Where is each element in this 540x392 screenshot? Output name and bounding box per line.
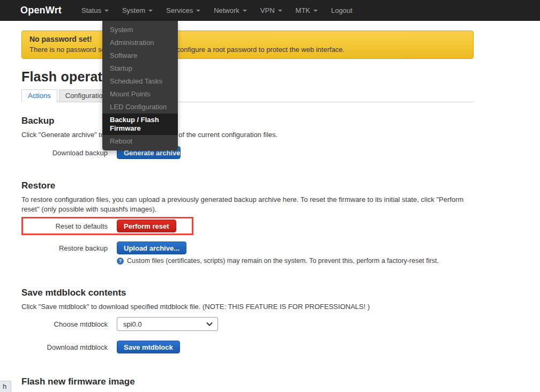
caret-down-icon (313, 10, 318, 12)
caret-down-icon (104, 10, 109, 12)
nav-item-label: Status (81, 6, 101, 14)
caret-down-icon (196, 10, 200, 12)
nav-item-label: VPN (260, 6, 275, 14)
restore-heading: Restore (21, 180, 474, 191)
no-password-alert: No password set! There is no password se… (21, 31, 474, 59)
download-backup-row: Download backup Generate archive... (21, 146, 474, 159)
nav-item-services[interactable]: Services (161, 0, 205, 21)
download-backup-label: Download backup (21, 149, 108, 157)
save-mtdblock-button[interactable]: Save mtdblock (117, 341, 180, 353)
nav-item-label: MTK (296, 6, 310, 14)
nav-item-network[interactable]: Network (209, 0, 252, 21)
flash-heading: Flash new firmware image (21, 376, 474, 387)
restore-description: To restore configuration files, you can … (21, 195, 474, 214)
top-navbar: OpenWrt Status System Services Network V… (0, 0, 540, 21)
nav-item-status[interactable]: Status (77, 0, 114, 21)
dropdown-item-backup-flash-firmware[interactable]: Backup / Flash Firmware (102, 114, 178, 135)
download-mtdblock-label: Download mtdblock (21, 343, 108, 351)
nav-item-system[interactable]: System (117, 0, 158, 21)
dropdown-item-system[interactable]: System (102, 24, 178, 36)
system-dropdown-menu: System Administration Software Startup S… (102, 21, 178, 150)
nav-item-vpn[interactable]: VPN (256, 0, 287, 21)
backup-heading: Backup (21, 116, 474, 126)
main-content: No password set! There is no password se… (21, 31, 474, 392)
upload-archive-button[interactable]: Upload archive... (117, 242, 186, 254)
download-mtdblock-row: Download mtdblock Save mtdblock (21, 341, 474, 353)
dropdown-item-startup[interactable]: Startup (102, 62, 178, 75)
caret-down-icon (278, 10, 282, 12)
mtdblock-select[interactable]: spi0.0 (117, 317, 218, 331)
openwrt-brand[interactable]: OpenWrt (20, 5, 62, 16)
nav-item-logout[interactable]: Logout (326, 0, 357, 21)
restore-backup-row: Restore backup Upload archive... (21, 242, 474, 254)
dropdown-item-mount-points[interactable]: Mount Points (102, 88, 178, 101)
nav-item-label: Logout (331, 6, 352, 14)
caret-down-icon (243, 10, 247, 12)
alert-title: No password set! (29, 35, 466, 43)
reset-highlight-box: Reset to defaults Perform reset (21, 217, 193, 235)
choose-mtdblock-label: Choose mtdblock (21, 320, 108, 328)
restore-note-text: Custom files (certificates, scripts) may… (127, 257, 439, 265)
chevron-down-icon (206, 322, 213, 326)
help-question-icon: ? (117, 258, 124, 265)
mtdblock-heading: Save mtdblock contents (21, 288, 474, 298)
restore-note: ? Custom files (certificates, scripts) m… (117, 257, 474, 265)
nav-item-mtk[interactable]: MTK (291, 0, 322, 21)
mtdblock-select-value: spi0.0 (123, 320, 142, 328)
nav-item-label: System (122, 6, 145, 14)
navbar-menu: Status System Services Network VPN MTK L… (77, 0, 361, 21)
reset-to-defaults-label: Reset to defaults (23, 222, 108, 230)
mtdblock-description: Click "Save mtdblock" to download specif… (21, 302, 474, 312)
nav-item-label: Network (214, 6, 239, 14)
tab-bar: Actions Configuration (21, 89, 474, 102)
dropdown-item-reboot[interactable]: Reboot (102, 135, 178, 148)
perform-reset-button[interactable]: Perform reset (117, 220, 176, 232)
tab-actions[interactable]: Actions (21, 89, 57, 102)
dropdown-item-led-configuration[interactable]: LED Configuration (102, 101, 178, 114)
alert-message: There is no password set on this router.… (29, 46, 466, 54)
page-title: Flash operations (21, 69, 474, 85)
choose-mtdblock-row: Choose mtdblock spi0.0 (21, 317, 474, 331)
browser-status-tooltip: h (0, 381, 11, 392)
caret-down-icon (148, 10, 153, 12)
dropdown-item-software[interactable]: Software (102, 49, 178, 62)
backup-description: Click "Generate archive" to download a t… (21, 130, 474, 140)
reset-row: Reset to defaults Perform reset (23, 220, 192, 232)
nav-item-label: Services (166, 6, 193, 14)
dropdown-item-administration[interactable]: Administration (102, 36, 178, 49)
restore-backup-label: Restore backup (21, 244, 108, 252)
dropdown-item-scheduled-tasks[interactable]: Scheduled Tasks (102, 75, 178, 88)
